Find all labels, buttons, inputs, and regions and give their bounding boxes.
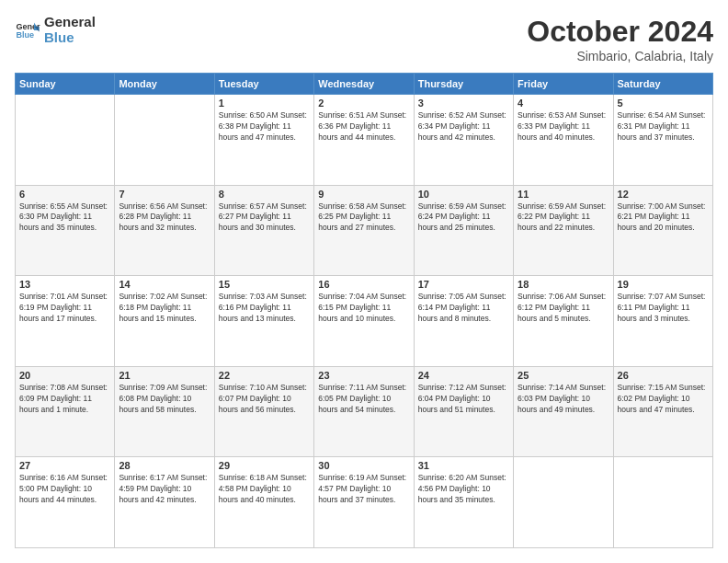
day-number: 30 (318, 460, 409, 471)
day-info: Sunrise: 7:07 AM Sunset: 6:11 PM Dayligh… (618, 292, 709, 325)
logo-icon: General Blue (15, 17, 40, 43)
day-info: Sunrise: 7:08 AM Sunset: 6:09 PM Dayligh… (19, 383, 110, 416)
calendar-cell: 11Sunrise: 6:59 AM Sunset: 6:22 PM Dayli… (514, 185, 613, 276)
day-number: 1 (219, 98, 310, 109)
day-info: Sunrise: 6:18 AM Sunset: 4:58 PM Dayligh… (219, 473, 310, 506)
calendar-cell: 9Sunrise: 6:58 AM Sunset: 6:25 PM Daylig… (314, 185, 414, 276)
calendar-cell: 29Sunrise: 6:18 AM Sunset: 4:58 PM Dayli… (214, 457, 313, 548)
day-number: 19 (618, 279, 709, 290)
day-number: 28 (119, 460, 210, 471)
day-number: 16 (318, 279, 409, 290)
logo: General Blue General Blue (15, 15, 96, 45)
day-info: Sunrise: 6:50 AM Sunset: 6:38 PM Dayligh… (219, 110, 310, 144)
location-subtitle: Simbario, Calabria, Italy (527, 49, 713, 63)
day-info: Sunrise: 6:56 AM Sunset: 6:28 PM Dayligh… (119, 201, 210, 235)
calendar-cell: 20Sunrise: 7:08 AM Sunset: 6:09 PM Dayli… (16, 366, 115, 457)
day-info: Sunrise: 6:57 AM Sunset: 6:27 PM Dayligh… (219, 201, 310, 235)
day-info: Sunrise: 7:05 AM Sunset: 6:14 PM Dayligh… (418, 292, 509, 325)
day-number: 7 (119, 189, 210, 200)
day-number: 8 (219, 189, 310, 200)
calendar-cell: 17Sunrise: 7:05 AM Sunset: 6:14 PM Dayli… (414, 276, 513, 367)
day-number: 21 (119, 370, 210, 381)
day-of-week-header: Thursday (414, 74, 513, 95)
day-info: Sunrise: 7:11 AM Sunset: 6:05 PM Dayligh… (318, 383, 409, 416)
day-number: 9 (318, 189, 409, 200)
day-number: 3 (418, 98, 509, 109)
calendar-cell: 7Sunrise: 6:56 AM Sunset: 6:28 PM Daylig… (115, 185, 214, 276)
day-info: Sunrise: 7:09 AM Sunset: 6:08 PM Dayligh… (119, 383, 210, 416)
page: General Blue General Blue October 2024 S… (0, 0, 728, 563)
day-number: 2 (318, 98, 409, 109)
calendar-cell (16, 95, 115, 186)
calendar-week-row: 27Sunrise: 6:16 AM Sunset: 5:00 PM Dayli… (16, 457, 713, 548)
svg-text:Blue: Blue (16, 30, 34, 40)
calendar-cell: 15Sunrise: 7:03 AM Sunset: 6:16 PM Dayli… (214, 276, 313, 367)
day-info: Sunrise: 7:01 AM Sunset: 6:19 PM Dayligh… (19, 292, 110, 325)
calendar-cell: 22Sunrise: 7:10 AM Sunset: 6:07 PM Dayli… (214, 366, 313, 457)
calendar-cell: 5Sunrise: 6:54 AM Sunset: 6:31 PM Daylig… (613, 95, 712, 186)
calendar-cell: 23Sunrise: 7:11 AM Sunset: 6:05 PM Dayli… (314, 366, 414, 457)
calendar-week-row: 1Sunrise: 6:50 AM Sunset: 6:38 PM Daylig… (16, 95, 713, 186)
day-info: Sunrise: 7:03 AM Sunset: 6:16 PM Dayligh… (219, 292, 310, 325)
calendar-cell: 16Sunrise: 7:04 AM Sunset: 6:15 PM Dayli… (314, 276, 414, 367)
day-info: Sunrise: 7:14 AM Sunset: 6:03 PM Dayligh… (518, 383, 609, 416)
day-number: 11 (518, 189, 609, 200)
calendar-cell: 8Sunrise: 6:57 AM Sunset: 6:27 PM Daylig… (214, 185, 313, 276)
day-info: Sunrise: 6:51 AM Sunset: 6:36 PM Dayligh… (318, 110, 409, 144)
day-info: Sunrise: 6:20 AM Sunset: 4:56 PM Dayligh… (418, 473, 509, 506)
day-number: 10 (418, 189, 509, 200)
day-info: Sunrise: 6:17 AM Sunset: 4:59 PM Dayligh… (119, 473, 210, 506)
calendar-cell: 19Sunrise: 7:07 AM Sunset: 6:11 PM Dayli… (613, 276, 712, 367)
day-of-week-header: Friday (514, 74, 613, 95)
day-number: 18 (518, 279, 609, 290)
day-number: 4 (518, 98, 609, 109)
calendar-cell: 14Sunrise: 7:02 AM Sunset: 6:18 PM Dayli… (115, 276, 214, 367)
day-info: Sunrise: 7:00 AM Sunset: 6:21 PM Dayligh… (618, 201, 709, 235)
calendar-cell: 28Sunrise: 6:17 AM Sunset: 4:59 PM Dayli… (115, 457, 214, 548)
title-block: October 2024 Simbario, Calabria, Italy (527, 15, 713, 63)
day-number: 13 (19, 279, 110, 290)
calendar-cell: 13Sunrise: 7:01 AM Sunset: 6:19 PM Dayli… (16, 276, 115, 367)
day-info: Sunrise: 6:19 AM Sunset: 4:57 PM Dayligh… (318, 473, 409, 506)
calendar-cell: 12Sunrise: 7:00 AM Sunset: 6:21 PM Dayli… (613, 185, 712, 276)
day-number: 17 (418, 279, 509, 290)
day-info: Sunrise: 6:59 AM Sunset: 6:22 PM Dayligh… (518, 201, 609, 235)
month-title: October 2024 (527, 15, 713, 49)
day-info: Sunrise: 6:16 AM Sunset: 5:00 PM Dayligh… (19, 473, 110, 506)
day-number: 31 (418, 460, 509, 471)
day-number: 20 (19, 370, 110, 381)
day-number: 25 (518, 370, 609, 381)
calendar-cell (115, 95, 214, 186)
calendar-header: SundayMondayTuesdayWednesdayThursdayFrid… (16, 74, 713, 95)
day-info: Sunrise: 7:02 AM Sunset: 6:18 PM Dayligh… (119, 292, 210, 325)
calendar-week-row: 20Sunrise: 7:08 AM Sunset: 6:09 PM Dayli… (16, 366, 713, 457)
day-info: Sunrise: 7:04 AM Sunset: 6:15 PM Dayligh… (318, 292, 409, 325)
calendar-cell: 4Sunrise: 6:53 AM Sunset: 6:33 PM Daylig… (514, 95, 613, 186)
calendar-cell: 25Sunrise: 7:14 AM Sunset: 6:03 PM Dayli… (514, 366, 613, 457)
day-info: Sunrise: 7:06 AM Sunset: 6:12 PM Dayligh… (518, 292, 609, 325)
day-info: Sunrise: 6:54 AM Sunset: 6:31 PM Dayligh… (618, 110, 709, 144)
calendar-week-row: 6Sunrise: 6:55 AM Sunset: 6:30 PM Daylig… (16, 185, 713, 276)
day-number: 23 (318, 370, 409, 381)
calendar-cell: 31Sunrise: 6:20 AM Sunset: 4:56 PM Dayli… (414, 457, 513, 548)
day-number: 27 (19, 460, 110, 471)
calendar-cell: 1Sunrise: 6:50 AM Sunset: 6:38 PM Daylig… (214, 95, 313, 186)
day-info: Sunrise: 6:52 AM Sunset: 6:34 PM Dayligh… (418, 110, 509, 144)
day-number: 6 (19, 189, 110, 200)
day-number: 14 (119, 279, 210, 290)
calendar-cell: 3Sunrise: 6:52 AM Sunset: 6:34 PM Daylig… (414, 95, 513, 186)
day-number: 24 (418, 370, 509, 381)
calendar-cell (514, 457, 613, 548)
day-info: Sunrise: 6:59 AM Sunset: 6:24 PM Dayligh… (418, 201, 509, 235)
day-of-week-header: Wednesday (314, 74, 414, 95)
logo-blue: Blue (44, 30, 96, 46)
calendar-cell: 27Sunrise: 6:16 AM Sunset: 5:00 PM Dayli… (16, 457, 115, 548)
calendar-cell: 2Sunrise: 6:51 AM Sunset: 6:36 PM Daylig… (314, 95, 414, 186)
day-info: Sunrise: 6:58 AM Sunset: 6:25 PM Dayligh… (318, 201, 409, 235)
calendar-body: 1Sunrise: 6:50 AM Sunset: 6:38 PM Daylig… (16, 95, 713, 548)
day-info: Sunrise: 7:15 AM Sunset: 6:02 PM Dayligh… (618, 383, 709, 416)
calendar-cell: 10Sunrise: 6:59 AM Sunset: 6:24 PM Dayli… (414, 185, 513, 276)
day-number: 26 (618, 370, 709, 381)
calendar-cell: 30Sunrise: 6:19 AM Sunset: 4:57 PM Dayli… (314, 457, 414, 548)
day-number: 15 (219, 279, 310, 290)
